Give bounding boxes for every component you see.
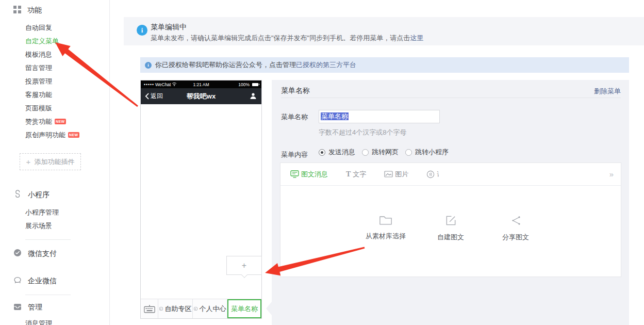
sidebar: 功能 自动回复 自定义菜单 模板消息 留言管理 投票管理 客服功能 页面模版 赞… (0, 0, 110, 325)
clock: 1:21 AM (182, 82, 220, 87)
section-label: 管理 (28, 303, 42, 312)
message-content-box: 图文消息 T 文字 图片 语音 » 从素材库选择 (280, 163, 621, 277)
submenu-indicator-icon (159, 307, 163, 311)
image-icon (384, 171, 393, 177)
new-badge: NEW (55, 119, 66, 124)
notice-body-text: 菜单未发布，请确认菜单编辑完成后点击"保存并发布"同步到手机。若停用菜单，请点击 (151, 34, 410, 42)
sidebar-section-miniprogram[interactable]: 小程序 (13, 190, 49, 200)
sidebar-item-page-template[interactable]: 页面模版 (25, 104, 52, 113)
menu-tab-self-service[interactable]: 自助专区 (158, 299, 193, 318)
content-type-tabbar: 图文消息 T 文字 图片 语音 » (280, 163, 621, 186)
carrier-signal: ••••• WeChat (144, 82, 182, 87)
delete-menu-link[interactable]: 删除菜单 (594, 87, 621, 96)
radio-jump-miniprogram[interactable]: 跳转小程序 (405, 148, 449, 157)
menu-tab-personal-center[interactable]: 个人中心 (193, 299, 227, 318)
more-tabs-chevrons[interactable]: » (609, 170, 613, 178)
sidebar-item-message-manage[interactable]: 消息管理 (25, 319, 52, 325)
notice-title: 菜单编辑中 (151, 23, 187, 32)
tab-label: 语音 (437, 170, 439, 179)
menu-content-label: 菜单内容 (281, 150, 308, 159)
add-submenu-button[interactable]: + (226, 256, 262, 275)
share-icon (510, 215, 522, 226)
info-icon: i (137, 25, 147, 36)
sidebar-item-miniprogram-manage[interactable]: 小程序管理 (25, 208, 59, 217)
menu-tab-selected[interactable]: 菜单名称 (227, 299, 261, 318)
selected-input-text: 菜单名称 (321, 112, 349, 120)
sidebar-item-reward[interactable]: 赞赏功能NEW (25, 117, 66, 126)
section-label: 企业微信 (28, 277, 57, 286)
auth-text: 你已授权给帮我吧帮助你运营公众号，点击管理 (155, 60, 296, 70)
authorized-platform-link[interactable]: 已授权的第三方平台 (296, 60, 356, 70)
tab-label: 图文消息 (301, 170, 328, 179)
tab-news-message[interactable]: 图文消息 (290, 170, 328, 179)
wechat-pay-icon (13, 249, 22, 258)
menu-name-label: 菜单名称 (281, 112, 308, 122)
panel-notch (266, 302, 272, 315)
radio-selected-icon (319, 149, 325, 156)
tab-voice[interactable]: 语音 (426, 170, 439, 179)
menu-name-input[interactable]: 菜单名称 (319, 110, 440, 123)
sidebar-item-vote-manage[interactable]: 投票管理 (25, 77, 52, 86)
create-news-option[interactable]: 自建图文 (426, 215, 475, 242)
back-button[interactable]: 返回 (145, 88, 163, 104)
battery-status: 100% (220, 82, 258, 87)
panel-title: 菜单名称 (281, 86, 310, 95)
grid-icon (13, 6, 21, 15)
sidebar-item-display-scene[interactable]: 展示场景 (25, 221, 52, 231)
sidebar-section-wework[interactable]: 企业微信 (13, 276, 57, 286)
person-icon[interactable] (250, 92, 257, 102)
phone-preview: ••••• WeChat 1:21 AM 100% 返回 帮我吧wx + 自助专… (140, 80, 262, 319)
radio-send-message[interactable]: 发送消息 (319, 148, 355, 157)
menu-tab-label: 个人中心 (200, 304, 226, 314)
tab-text[interactable]: T 文字 (346, 170, 366, 179)
radio-jump-webpage[interactable]: 跳转网页 (362, 148, 399, 157)
radio-icon (362, 149, 369, 156)
tab-label: 文字 (353, 170, 366, 179)
sidebar-item-label: 原创声明功能 (25, 131, 65, 139)
battery-percent: 100% (238, 82, 250, 87)
phone-screen: + (141, 104, 261, 299)
material-option-label: 自建图文 (426, 233, 475, 242)
menu-editing-notice: i 菜单编辑中 菜单未发布，请确认菜单编辑完成后点击"保存并发布"同步到手机。若… (124, 17, 644, 45)
sidebar-item-template-message[interactable]: 模板消息 (25, 50, 52, 59)
sidebar-item-custom-menu[interactable]: 自定义菜单 (25, 37, 59, 46)
news-icon (290, 170, 299, 178)
tab-label: 图片 (395, 170, 408, 179)
add-plugin-button[interactable]: + 添加功能插件 (20, 153, 81, 170)
compose-icon (445, 215, 457, 226)
section-label: 小程序 (28, 190, 49, 200)
folder-icon (379, 215, 392, 225)
choose-from-library-option[interactable]: 从素材库选择 (361, 215, 410, 242)
carrier-label: WeChat (155, 82, 171, 87)
sidebar-item-customer-service[interactable]: 客服功能 (25, 90, 52, 100)
chevron-left-icon (145, 93, 149, 100)
new-badge: NEW (68, 132, 79, 138)
back-label: 返回 (151, 92, 163, 101)
sidebar-section-manage[interactable]: 管理 (13, 303, 42, 312)
sidebar-item-comment-manage[interactable]: 留言管理 (25, 63, 52, 73)
stop-menu-link[interactable]: 这里 (410, 34, 423, 42)
keyboard-icon (144, 305, 155, 313)
phone-menu-bar: 自助专区 个人中心 菜单名称 (141, 299, 261, 318)
phone-status-bar: ••••• WeChat 1:21 AM 100% (141, 80, 261, 88)
menu-tab-label: 自助专区 (165, 304, 192, 314)
miniprogram-icon (13, 190, 22, 200)
radio-icon (405, 149, 412, 156)
tab-image[interactable]: 图片 (384, 170, 408, 179)
third-party-auth-bar: i 你已授权给帮我吧帮助你运营公众号，点击管理已授权的第三方平台 (140, 57, 629, 73)
share-news-option[interactable]: 分享图文 (491, 215, 540, 242)
battery-icon (252, 83, 258, 86)
menu-tab-label: 菜单名称 (231, 304, 258, 314)
sidebar-item-original-statement[interactable]: 原创声明功能NEW (25, 131, 79, 140)
wework-chat-icon (13, 276, 22, 286)
add-plugin-label: 添加功能插件 (34, 157, 74, 167)
tab-strip: 图文消息 T 文字 图片 语音 (290, 170, 439, 179)
sidebar-section-wepay[interactable]: 微信支付 (13, 249, 57, 258)
menu-name-hint: 字数不超过4个汉字或8个字母 (319, 128, 406, 137)
material-option-label: 分享图文 (491, 233, 540, 242)
plus-icon: + (26, 157, 31, 166)
content-type-radio-group: 发送消息 跳转网页 跳转小程序 (319, 148, 449, 157)
sidebar-item-auto-reply[interactable]: 自动回复 (25, 23, 52, 32)
keyboard-toggle[interactable] (141, 299, 158, 318)
material-options-row: 从素材库选择 自建图文 分享图文 (280, 186, 621, 242)
